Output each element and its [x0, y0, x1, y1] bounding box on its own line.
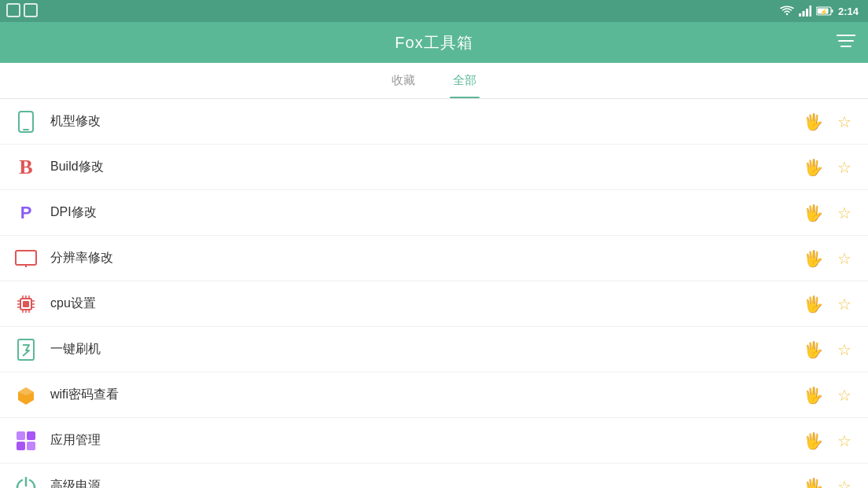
power-icon: [13, 473, 39, 489]
list-item-apps[interactable]: 应用管理 🖐 ☆: [0, 418, 868, 464]
list-item-wifi[interactable]: wifi密码查看 🖐 ☆: [0, 372, 868, 418]
cpu-icon: [13, 291, 39, 317]
phone-model-actions: 🖐 ☆: [802, 111, 855, 133]
apps-star-btn[interactable]: ☆: [833, 430, 855, 452]
status-box-1: [6, 3, 20, 17]
svg-text:⚡: ⚡: [820, 8, 828, 16]
tab-all[interactable]: 全部: [450, 63, 480, 98]
list-item-phone-model[interactable]: 机型修改 🖐 ☆: [0, 99, 868, 145]
list-item-resolution[interactable]: 分辨率修改 🖐 ☆: [0, 236, 868, 281]
svg-rect-5: [831, 9, 833, 13]
power-label: 高级电源: [50, 478, 802, 488]
wifi-actions: 🖐 ☆: [802, 384, 855, 406]
svg-rect-33: [17, 431, 25, 440]
power-star-btn[interactable]: ☆: [833, 475, 855, 489]
flash-star-btn[interactable]: ☆: [833, 339, 855, 361]
phone-model-touch-btn[interactable]: 🖐: [802, 111, 824, 133]
svg-rect-36: [27, 442, 35, 450]
flash-icon: [13, 336, 39, 363]
list-item-cpu[interactable]: cpu设置 🖐 ☆: [0, 281, 868, 327]
cpu-actions: 🖐 ☆: [802, 293, 855, 315]
status-bar-left: [6, 3, 38, 17]
flash-actions: 🖐 ☆: [802, 339, 855, 361]
wifi-touch-btn[interactable]: 🖐: [802, 384, 824, 406]
dpi-icon: P: [13, 200, 39, 226]
battery-icon: ⚡: [816, 6, 833, 16]
resolution-label: 分辨率修改: [50, 250, 802, 266]
build-touch-btn[interactable]: 🖐: [802, 156, 824, 178]
status-time: 2:14: [838, 6, 859, 17]
resolution-touch-btn[interactable]: 🖐: [802, 248, 824, 270]
phone-model-label: 机型修改: [50, 113, 802, 130]
cpu-label: cpu设置: [50, 295, 802, 312]
power-touch-btn[interactable]: 🖐: [802, 475, 824, 489]
svg-rect-1: [802, 11, 804, 17]
resolution-actions: 🖐 ☆: [802, 248, 855, 270]
power-actions: 🖐 ☆: [802, 475, 855, 489]
svg-rect-0: [799, 13, 801, 17]
dpi-touch-btn[interactable]: 🖐: [802, 202, 824, 224]
tab-favorites[interactable]: 收藏: [388, 63, 418, 98]
apps-actions: 🖐 ☆: [802, 430, 855, 452]
svg-rect-34: [27, 431, 35, 440]
list-item-flash[interactable]: 一键刷机 🖐 ☆: [0, 327, 868, 372]
svg-rect-17: [23, 301, 29, 307]
apps-label: 应用管理: [50, 432, 802, 449]
apps-icon: [13, 427, 39, 454]
list-item-power[interactable]: 高级电源 🖐 ☆: [0, 464, 868, 488]
wifi-label: wifi密码查看: [50, 387, 802, 403]
app-title: Fox工具箱: [395, 32, 473, 53]
svg-rect-13: [16, 251, 36, 265]
phone-model-star-btn[interactable]: ☆: [833, 111, 855, 133]
signal-icon: [799, 6, 811, 17]
status-icons: ⚡ 2:14: [780, 6, 859, 17]
svg-rect-2: [806, 9, 808, 17]
status-box-2: [24, 3, 38, 17]
wifi-star-btn[interactable]: ☆: [833, 384, 855, 406]
build-icon: B: [13, 154, 39, 181]
tab-bar: 收藏 全部: [0, 63, 868, 99]
flash-touch-btn[interactable]: 🖐: [802, 339, 824, 361]
apps-touch-btn[interactable]: 🖐: [802, 430, 824, 452]
svg-rect-35: [17, 442, 25, 450]
dpi-label: DPI修改: [50, 204, 802, 221]
phone-icon: [13, 108, 39, 135]
filter-button[interactable]: [837, 33, 855, 52]
build-label: Build修改: [50, 159, 802, 175]
app-header: Fox工具箱: [0, 22, 868, 63]
resolution-icon: [13, 245, 39, 272]
dpi-star-btn[interactable]: ☆: [833, 202, 855, 224]
status-bar: ⚡ 2:14: [0, 0, 868, 22]
wifi-icon: [13, 382, 39, 409]
resolution-star-btn[interactable]: ☆: [833, 248, 855, 270]
cpu-touch-btn[interactable]: 🖐: [802, 293, 824, 315]
flash-label: 一键刷机: [50, 341, 802, 358]
tool-list: 机型修改 🖐 ☆ B Build修改 🖐 ☆ P DPI修改 🖐 ☆: [0, 99, 868, 488]
list-item-build[interactable]: B Build修改 🖐 ☆: [0, 145, 868, 190]
list-item-dpi[interactable]: P DPI修改 🖐 ☆: [0, 190, 868, 236]
build-star-btn[interactable]: ☆: [833, 156, 855, 178]
svg-rect-3: [809, 6, 811, 17]
wifi-status-icon: [780, 6, 794, 17]
dpi-actions: 🖐 ☆: [802, 202, 855, 224]
cpu-star-btn[interactable]: ☆: [833, 293, 855, 315]
build-actions: 🖐 ☆: [802, 156, 855, 178]
